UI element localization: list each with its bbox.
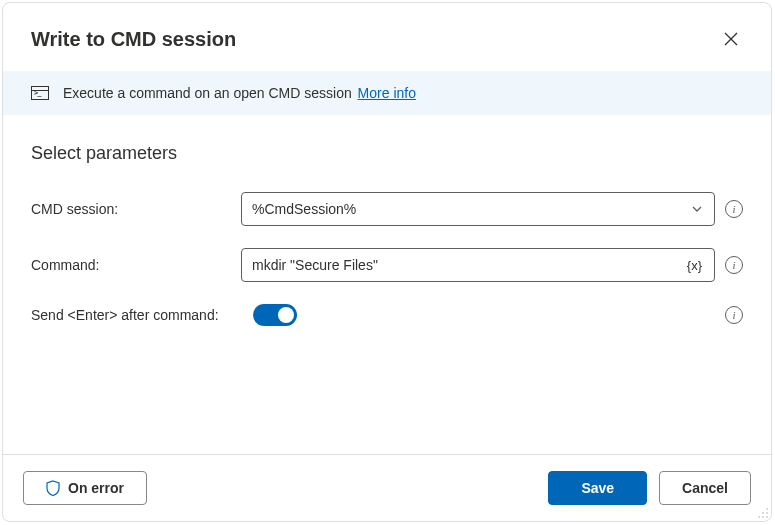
dialog-header: Write to CMD session [3, 3, 771, 71]
dialog-footer: On error Save Cancel [3, 454, 771, 521]
close-icon [724, 32, 738, 46]
save-button[interactable]: Save [548, 471, 647, 505]
svg-point-3 [758, 516, 760, 518]
resize-grip-icon[interactable] [757, 507, 769, 519]
close-button[interactable] [715, 23, 747, 55]
cmd-session-label: CMD session: [31, 201, 241, 217]
send-enter-row: Send <Enter> after command: i [31, 304, 743, 326]
on-error-button[interactable]: On error [23, 471, 147, 505]
svg-point-0 [766, 508, 768, 510]
cmd-session-select[interactable]: %CmdSession% [241, 192, 715, 226]
svg-point-4 [762, 516, 764, 518]
dialog-title: Write to CMD session [31, 28, 236, 51]
info-text: Execute a command on an open CMD session… [63, 85, 416, 101]
dialog-body: Select parameters CMD session: %CmdSessi… [3, 115, 771, 454]
send-enter-label: Send <Enter> after command: [31, 307, 253, 323]
svg-point-5 [766, 516, 768, 518]
section-title: Select parameters [31, 143, 743, 164]
cancel-label: Cancel [682, 480, 728, 496]
svg-point-1 [762, 512, 764, 514]
command-row: Command: {x} i [31, 248, 743, 282]
info-text-label: Execute a command on an open CMD session [63, 85, 352, 101]
more-info-link[interactable]: More info [358, 85, 416, 101]
variable-picker-icon[interactable]: {x} [685, 258, 704, 273]
send-enter-toggle[interactable] [253, 304, 297, 326]
command-text-field[interactable] [252, 257, 685, 273]
shield-icon [46, 480, 60, 496]
info-bar: Execute a command on an open CMD session… [3, 71, 771, 115]
cancel-button[interactable]: Cancel [659, 471, 751, 505]
cmd-session-value: %CmdSession% [252, 201, 690, 217]
command-input[interactable]: {x} [241, 248, 715, 282]
on-error-label: On error [68, 480, 124, 496]
cmd-session-info-icon[interactable]: i [725, 200, 743, 218]
send-enter-info-icon[interactable]: i [725, 306, 743, 324]
chevron-down-icon [690, 202, 704, 216]
cmd-session-row: CMD session: %CmdSession% i [31, 192, 743, 226]
svg-point-2 [766, 512, 768, 514]
cmd-session-icon [31, 86, 49, 100]
toggle-knob [278, 307, 294, 323]
command-info-icon[interactable]: i [725, 256, 743, 274]
command-label: Command: [31, 257, 241, 273]
save-label: Save [581, 480, 614, 496]
dialog-window: Write to CMD session Execute a command o… [2, 2, 772, 522]
